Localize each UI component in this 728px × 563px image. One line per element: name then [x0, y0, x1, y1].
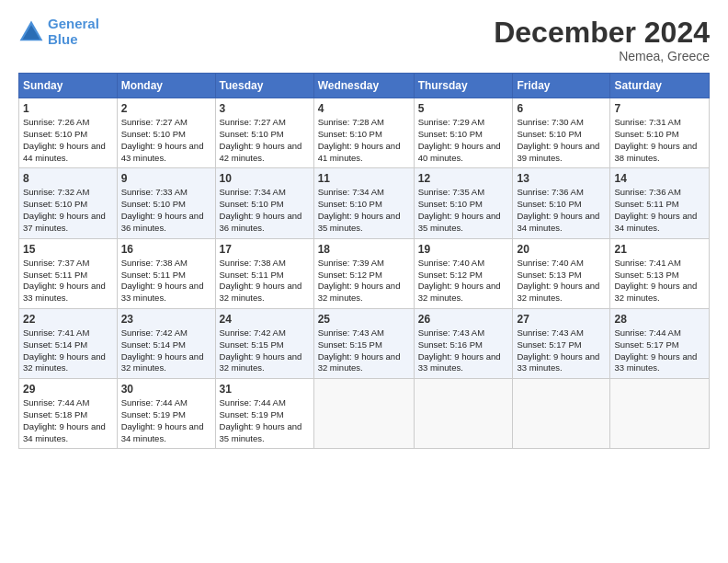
weekday-header: Thursday	[414, 74, 513, 98]
calendar-day-cell: 19Sunrise: 7:40 AMSunset: 5:12 PMDayligh…	[414, 238, 513, 308]
day-info: Sunrise: 7:36 AMSunset: 5:11 PMDaylight:…	[614, 187, 705, 234]
header: General Blue December 2024 Nemea, Greece	[18, 17, 710, 63]
calendar-day-cell	[513, 379, 610, 449]
weekday-header: Monday	[117, 74, 215, 98]
logo-text: General Blue	[48, 17, 99, 47]
day-info: Sunrise: 7:33 AMSunset: 5:10 PMDaylight:…	[121, 187, 211, 234]
day-number: 23	[121, 313, 211, 326]
logo-line2: Blue	[48, 31, 78, 47]
calendar-day-cell: 24Sunrise: 7:42 AMSunset: 5:15 PMDayligh…	[215, 308, 313, 378]
day-info: Sunrise: 7:36 AMSunset: 5:10 PMDaylight:…	[517, 187, 606, 234]
calendar-week-row: 1Sunrise: 7:26 AMSunset: 5:10 PMDaylight…	[19, 98, 710, 168]
day-number: 28	[614, 313, 705, 326]
day-info: Sunrise: 7:29 AMSunset: 5:10 PMDaylight:…	[418, 117, 509, 164]
day-number: 22	[23, 313, 113, 326]
calendar-week-row: 22Sunrise: 7:41 AMSunset: 5:14 PMDayligh…	[19, 308, 710, 378]
day-number: 30	[121, 383, 211, 396]
day-number: 9	[121, 172, 211, 185]
day-number: 16	[121, 243, 211, 256]
calendar-day-cell: 16Sunrise: 7:38 AMSunset: 5:11 PMDayligh…	[117, 238, 215, 308]
calendar-day-cell: 20Sunrise: 7:40 AMSunset: 5:13 PMDayligh…	[513, 238, 610, 308]
calendar-day-cell: 25Sunrise: 7:43 AMSunset: 5:15 PMDayligh…	[313, 308, 414, 378]
day-number: 2	[121, 102, 211, 115]
day-number: 25	[318, 313, 410, 326]
calendar-day-cell: 15Sunrise: 7:37 AMSunset: 5:11 PMDayligh…	[19, 238, 118, 308]
day-number: 27	[517, 313, 606, 326]
month-title: December 2024	[494, 17, 710, 49]
calendar-day-cell	[610, 379, 710, 449]
calendar-header-row: SundayMondayTuesdayWednesdayThursdayFrid…	[19, 74, 710, 98]
calendar-day-cell: 21Sunrise: 7:41 AMSunset: 5:13 PMDayligh…	[610, 238, 710, 308]
calendar-day-cell: 11Sunrise: 7:34 AMSunset: 5:10 PMDayligh…	[313, 168, 414, 238]
logo: General Blue	[18, 17, 99, 47]
calendar-day-cell: 12Sunrise: 7:35 AMSunset: 5:10 PMDayligh…	[414, 168, 513, 238]
logo-icon	[18, 19, 44, 45]
day-info: Sunrise: 7:38 AMSunset: 5:11 PMDaylight:…	[121, 258, 211, 304]
calendar-day-cell: 13Sunrise: 7:36 AMSunset: 5:10 PMDayligh…	[513, 168, 610, 238]
day-info: Sunrise: 7:44 AMSunset: 5:19 PMDaylight:…	[121, 397, 211, 444]
day-info: Sunrise: 7:32 AMSunset: 5:10 PMDaylight:…	[23, 187, 113, 234]
calendar-day-cell: 29Sunrise: 7:44 AMSunset: 5:18 PMDayligh…	[19, 379, 118, 449]
page: General Blue December 2024 Nemea, Greece…	[0, 0, 728, 563]
day-info: Sunrise: 7:44 AMSunset: 5:17 PMDaylight:…	[614, 327, 705, 374]
day-number: 5	[418, 102, 509, 115]
day-info: Sunrise: 7:40 AMSunset: 5:13 PMDaylight:…	[517, 258, 606, 304]
day-number: 20	[517, 243, 606, 256]
day-info: Sunrise: 7:28 AMSunset: 5:10 PMDaylight:…	[318, 117, 410, 164]
calendar-week-row: 8Sunrise: 7:32 AMSunset: 5:10 PMDaylight…	[19, 168, 710, 238]
calendar-day-cell: 31Sunrise: 7:44 AMSunset: 5:19 PMDayligh…	[215, 379, 313, 449]
day-info: Sunrise: 7:38 AMSunset: 5:11 PMDaylight:…	[220, 258, 310, 304]
day-info: Sunrise: 7:27 AMSunset: 5:10 PMDaylight:…	[220, 117, 310, 164]
day-info: Sunrise: 7:41 AMSunset: 5:13 PMDaylight:…	[614, 258, 705, 304]
day-info: Sunrise: 7:43 AMSunset: 5:15 PMDaylight:…	[318, 327, 410, 374]
day-number: 4	[318, 102, 410, 115]
day-info: Sunrise: 7:34 AMSunset: 5:10 PMDaylight:…	[220, 187, 310, 234]
day-info: Sunrise: 7:27 AMSunset: 5:10 PMDaylight:…	[121, 117, 211, 164]
day-number: 29	[23, 383, 113, 396]
calendar-week-row: 15Sunrise: 7:37 AMSunset: 5:11 PMDayligh…	[19, 238, 710, 308]
day-info: Sunrise: 7:34 AMSunset: 5:10 PMDaylight:…	[318, 187, 410, 234]
day-number: 6	[517, 102, 606, 115]
calendar-day-cell: 7Sunrise: 7:31 AMSunset: 5:10 PMDaylight…	[610, 98, 710, 168]
title-area: December 2024 Nemea, Greece	[494, 17, 710, 63]
calendar-day-cell: 22Sunrise: 7:41 AMSunset: 5:14 PMDayligh…	[19, 308, 118, 378]
calendar-day-cell: 8Sunrise: 7:32 AMSunset: 5:10 PMDaylight…	[19, 168, 118, 238]
day-info: Sunrise: 7:35 AMSunset: 5:10 PMDaylight:…	[418, 187, 509, 234]
day-number: 14	[614, 172, 705, 185]
calendar-day-cell: 2Sunrise: 7:27 AMSunset: 5:10 PMDaylight…	[117, 98, 215, 168]
day-info: Sunrise: 7:41 AMSunset: 5:14 PMDaylight:…	[23, 327, 113, 374]
calendar-day-cell	[414, 379, 513, 449]
day-number: 15	[23, 243, 113, 256]
weekday-header: Tuesday	[215, 74, 313, 98]
calendar-day-cell: 17Sunrise: 7:38 AMSunset: 5:11 PMDayligh…	[215, 238, 313, 308]
calendar-day-cell: 18Sunrise: 7:39 AMSunset: 5:12 PMDayligh…	[313, 238, 414, 308]
calendar-day-cell: 30Sunrise: 7:44 AMSunset: 5:19 PMDayligh…	[117, 379, 215, 449]
weekday-header: Sunday	[19, 74, 118, 98]
day-number: 31	[220, 383, 310, 396]
calendar-day-cell: 27Sunrise: 7:43 AMSunset: 5:17 PMDayligh…	[513, 308, 610, 378]
weekday-header: Saturday	[610, 74, 710, 98]
calendar-day-cell: 6Sunrise: 7:30 AMSunset: 5:10 PMDaylight…	[513, 98, 610, 168]
day-number: 10	[220, 172, 310, 185]
calendar-day-cell: 10Sunrise: 7:34 AMSunset: 5:10 PMDayligh…	[215, 168, 313, 238]
day-info: Sunrise: 7:26 AMSunset: 5:10 PMDaylight:…	[23, 117, 113, 164]
day-info: Sunrise: 7:42 AMSunset: 5:15 PMDaylight:…	[220, 327, 310, 374]
logo-line1: General	[48, 16, 99, 31]
day-number: 13	[517, 172, 606, 185]
day-info: Sunrise: 7:43 AMSunset: 5:17 PMDaylight:…	[517, 327, 606, 374]
day-info: Sunrise: 7:30 AMSunset: 5:10 PMDaylight:…	[517, 117, 606, 164]
day-info: Sunrise: 7:44 AMSunset: 5:19 PMDaylight:…	[220, 397, 310, 444]
day-info: Sunrise: 7:40 AMSunset: 5:12 PMDaylight:…	[418, 258, 509, 304]
day-info: Sunrise: 7:43 AMSunset: 5:16 PMDaylight:…	[418, 327, 509, 374]
location: Nemea, Greece	[494, 49, 710, 63]
calendar-day-cell: 9Sunrise: 7:33 AMSunset: 5:10 PMDaylight…	[117, 168, 215, 238]
day-number: 18	[318, 243, 410, 256]
day-info: Sunrise: 7:39 AMSunset: 5:12 PMDaylight:…	[318, 258, 410, 304]
day-number: 3	[220, 102, 310, 115]
day-number: 1	[23, 102, 113, 115]
day-info: Sunrise: 7:44 AMSunset: 5:18 PMDaylight:…	[23, 397, 113, 444]
calendar-day-cell: 28Sunrise: 7:44 AMSunset: 5:17 PMDayligh…	[610, 308, 710, 378]
day-number: 17	[220, 243, 310, 256]
day-number: 8	[23, 172, 113, 185]
weekday-header: Wednesday	[313, 74, 414, 98]
